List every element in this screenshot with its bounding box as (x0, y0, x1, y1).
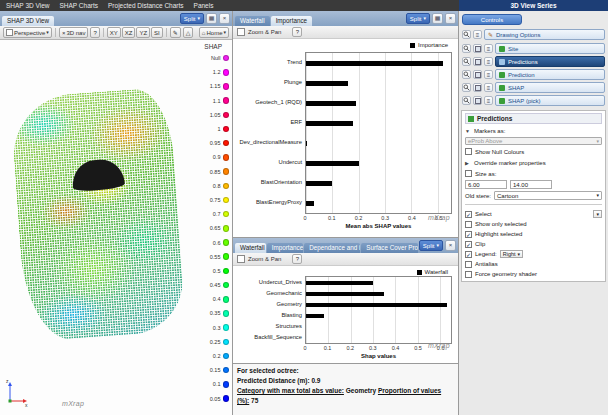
split-button[interactable]: Split ▾ (419, 240, 443, 251)
legend-entry: 1.05 (199, 108, 231, 122)
chart-legend-label: Importance (418, 42, 448, 48)
menu-icon[interactable]: ≡ (484, 57, 493, 66)
drawing-options-button[interactable]: ✎ Drawing Options (484, 29, 605, 40)
x-axis-label: Shap values (305, 353, 452, 359)
tab-surface-cover-prob[interactable]: Surface Cover Prob (361, 243, 418, 253)
help-button[interactable]: ? (292, 27, 302, 37)
checkbox-show-only-selected[interactable] (465, 221, 472, 228)
gridline (359, 53, 360, 213)
menu-icon[interactable]: ≡ (484, 96, 493, 105)
y-axis-labels: Undercut_DrivesGeomechanicGeometryBlasti… (235, 276, 305, 344)
checkbox-size-as[interactable] (465, 170, 472, 177)
markers-as-dropdown[interactable]: eProb Above ▾ (465, 137, 602, 145)
legend-value: 0.2 (213, 353, 221, 359)
collapse-icon[interactable]: ▶ (465, 160, 471, 166)
size-max-field[interactable]: 14.00 (510, 180, 552, 189)
gridline (411, 53, 412, 213)
menu-item-shap-charts[interactable]: SHAP Charts (59, 2, 98, 9)
visibility-icon[interactable] (473, 83, 482, 92)
legend-value: 0.7 (213, 211, 221, 217)
visibility-icon[interactable] (473, 70, 482, 79)
series-item-prediction[interactable]: Prediction (495, 69, 605, 80)
layout-icon[interactable]: ▦ (206, 13, 217, 24)
help-button[interactable]: ? (90, 27, 99, 38)
view-button-xz[interactable]: XZ (122, 27, 136, 38)
visibility-icon[interactable] (473, 96, 482, 105)
menu-item-shap-3d-view[interactable]: SHAP 3D View (6, 2, 49, 9)
legend-value: 0.45 (210, 282, 221, 288)
zoom-icon[interactable] (462, 30, 471, 39)
style-dropdown[interactable]: Cartoon ▾ (494, 191, 602, 200)
menu-item-projected-distance-charts[interactable]: Projected Distance Charts (108, 2, 184, 9)
split-button[interactable]: Split ▾ (406, 13, 430, 24)
checkbox-select[interactable]: ✓ (465, 211, 472, 218)
legend-entry: 0.9 (199, 150, 231, 164)
legend-dot (223, 239, 230, 246)
tab-dependance-and-in[interactable]: Dependance and in (304, 243, 360, 253)
edit-icon[interactable]: ✎ (170, 27, 181, 38)
menu-icon[interactable]: ≡ (484, 70, 493, 79)
select-options-dropdown[interactable]: ▾ (593, 210, 602, 218)
viewport-3d[interactable]: SHAP Null1.21.151.11.0510.950.90.850.80.… (0, 40, 232, 415)
menu-item-panels[interactable]: Panels (194, 2, 214, 9)
category-label-blastenergyproxy: BlastEnergyProxy (235, 192, 305, 212)
legend-dropdown[interactable]: Right▾ (500, 250, 523, 258)
tab-waterfall[interactable]: Waterfall (235, 16, 270, 26)
split-button[interactable]: Split ▾ (180, 13, 204, 24)
close-icon[interactable]: × (219, 13, 230, 24)
expand-icon[interactable]: ▼ (465, 128, 471, 134)
series-item-predictions[interactable]: Predictions (495, 56, 605, 67)
series-item-site[interactable]: Site (495, 43, 605, 54)
importance-chart: Importance TrendPlungeGeotech_1 (RQD)ERF… (233, 39, 458, 237)
zoom-icon[interactable] (462, 83, 471, 92)
series-item-shap[interactable]: SHAP (495, 82, 605, 93)
tab-waterfall[interactable]: Waterfall (235, 243, 266, 253)
option-row-force-geometry-shader: Force geometry shader (465, 269, 602, 279)
tab-importance[interactable]: Importance (271, 16, 313, 26)
zoom-pan-checkbox[interactable] (237, 28, 245, 36)
category-value: Geometry (346, 387, 376, 394)
layout-icon[interactable]: ▦ (432, 13, 443, 24)
menu-icon[interactable]: ≡ (484, 83, 493, 92)
x-tick: 0.1 (324, 345, 332, 351)
view-button-xy[interactable]: XY (107, 27, 121, 38)
chart-legend: Waterfall (417, 269, 448, 275)
checkbox-icon (6, 29, 13, 36)
perspective-dropdown[interactable]: Perspective ▾ (3, 27, 52, 38)
legend-value: 1 (217, 126, 220, 132)
plane-tool-icon[interactable]: △ (183, 27, 194, 38)
close-icon[interactable]: × (445, 240, 456, 251)
close-icon[interactable]: × (445, 13, 456, 24)
visibility-icon[interactable] (473, 57, 482, 66)
zoom-icon[interactable] (462, 44, 471, 53)
view-button-yz[interactable]: YZ (136, 27, 150, 38)
zoom-icon[interactable] (462, 70, 471, 79)
home-button[interactable]: ⌂ Home ▾ (199, 27, 229, 38)
3d-nav-button[interactable]: × 3D nav (59, 27, 89, 38)
controls-button[interactable]: Controls (462, 14, 522, 25)
checkbox-clip[interactable]: ✓ (465, 241, 472, 248)
tab-shap-3d-view[interactable]: SHAP 3D View (2, 16, 54, 26)
zoom-icon[interactable] (462, 96, 471, 105)
visibility-icon[interactable] (473, 44, 482, 53)
menu-icon[interactable]: ≡ (473, 30, 482, 39)
legend-value: 0.65 (210, 225, 221, 231)
checkbox-antialias[interactable] (465, 261, 472, 268)
size-min-field[interactable]: 6.00 (465, 180, 507, 189)
category-label-undercut: Undercut (235, 152, 305, 172)
legend-entry: 0.95 (199, 136, 231, 150)
tab-importance[interactable]: Importance (267, 243, 304, 253)
view-button-si[interactable]: SI (151, 27, 163, 38)
checkbox-show-null-colours[interactable] (465, 148, 472, 155)
checkbox-force-geometry-shader[interactable] (465, 271, 472, 278)
zoom-pan-checkbox[interactable] (237, 255, 245, 263)
legend-value: 0.6 (213, 240, 221, 246)
checkbox-legend[interactable]: ✓ (465, 251, 472, 258)
help-button[interactable]: ? (292, 254, 302, 264)
checkbox-highlight-selected[interactable]: ✓ (465, 231, 472, 238)
series-item-shap-pick[interactable]: SHAP (pick) (495, 95, 605, 106)
zoom-icon[interactable] (462, 57, 471, 66)
menu-icon[interactable]: ≡ (484, 44, 493, 53)
category-label-geotech-1-rqd: Geotech_1 (RQD) (235, 92, 305, 112)
checkbox-label: Highlight selected (475, 231, 522, 237)
